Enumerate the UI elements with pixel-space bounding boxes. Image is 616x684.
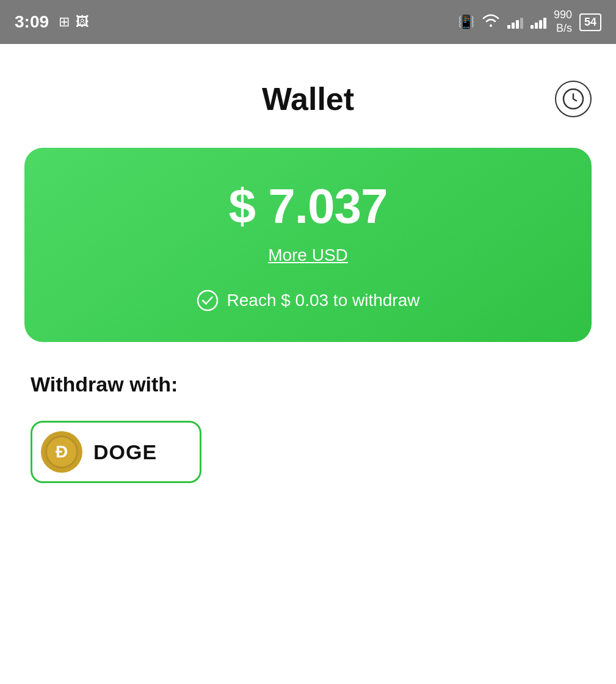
signal-bars-1 bbox=[507, 15, 523, 29]
wifi-icon bbox=[482, 13, 500, 31]
status-left: 3:09 ⊞ 🖼 bbox=[15, 12, 89, 32]
status-icons: ⊞ 🖼 bbox=[59, 15, 89, 29]
doge-coin-symbol: Ð bbox=[45, 435, 78, 468]
history-button[interactable] bbox=[555, 81, 592, 117]
battery-badge: 54 bbox=[579, 13, 601, 31]
status-right: 📳 990 B/s 54 bbox=[458, 9, 601, 35]
doge-label: DOGE bbox=[93, 440, 157, 464]
main-content: Wallet $ 7.037 More USD Reach $ 0.03 to … bbox=[0, 44, 616, 508]
status-bar: 3:09 ⊞ 🖼 📳 bbox=[0, 0, 616, 44]
signal-bars-2 bbox=[531, 15, 546, 29]
page-header: Wallet bbox=[24, 81, 592, 117]
doge-coin-icon: Ð bbox=[41, 431, 82, 473]
withdraw-threshold: Reach $ 0.03 to withdraw bbox=[49, 289, 567, 311]
more-usd-link[interactable]: More USD bbox=[49, 246, 567, 265]
svg-point-1 bbox=[198, 291, 217, 310]
withdraw-section: Withdraw with: Ð DOGE bbox=[24, 373, 592, 483]
page-title: Wallet bbox=[262, 81, 354, 117]
check-circle-icon bbox=[197, 289, 219, 311]
threshold-text: Reach $ 0.03 to withdraw bbox=[227, 291, 420, 310]
balance-card: $ 7.037 More USD Reach $ 0.03 to withdra… bbox=[24, 148, 592, 342]
battery-add-icon: ⊞ bbox=[59, 15, 70, 29]
doge-withdraw-button[interactable]: Ð DOGE bbox=[31, 421, 201, 483]
clock-icon bbox=[562, 88, 584, 110]
image-icon: 🖼 bbox=[76, 15, 89, 29]
balance-amount: $ 7.037 bbox=[49, 178, 567, 235]
vibrate-icon: 📳 bbox=[458, 14, 474, 30]
withdraw-label: Withdraw with: bbox=[31, 373, 585, 396]
status-time: 3:09 bbox=[15, 12, 49, 32]
network-info: 990 B/s bbox=[554, 9, 572, 35]
